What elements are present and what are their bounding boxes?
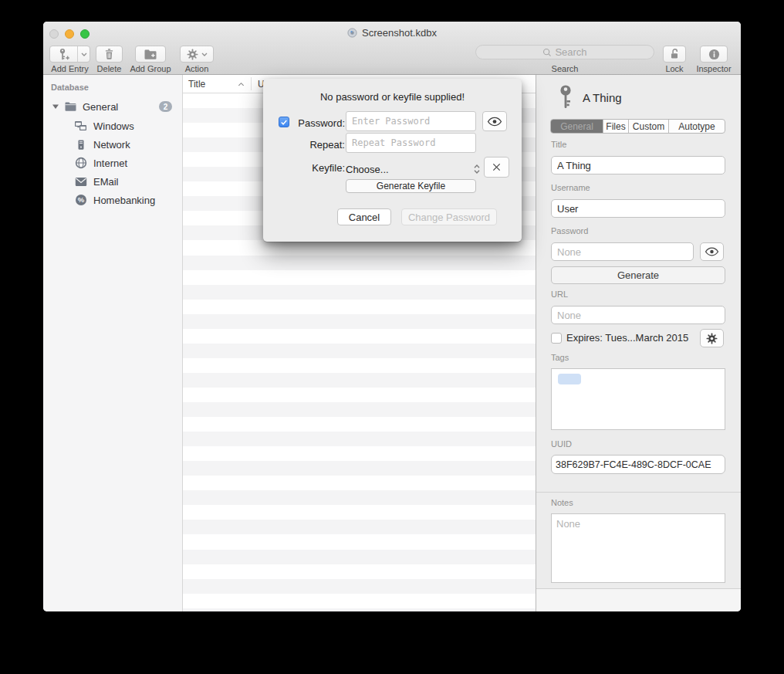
clear-keyfile-button[interactable] bbox=[484, 157, 509, 178]
reveal-password-button[interactable] bbox=[700, 242, 724, 261]
action-dropdown-arrow bbox=[201, 52, 208, 56]
action-label: Action bbox=[176, 64, 218, 73]
tab-general[interactable]: General bbox=[551, 120, 603, 133]
dialog-password-label: Password: bbox=[291, 117, 345, 129]
updown-chevrons-icon bbox=[473, 163, 481, 175]
dialog-keyfile-label: Keyfile: bbox=[291, 162, 345, 174]
username-field-label: Username bbox=[551, 183, 590, 192]
dialog-password-input[interactable] bbox=[346, 111, 476, 131]
windows-icon bbox=[74, 120, 87, 132]
tag-pill[interactable] bbox=[558, 374, 581, 384]
change-password-button[interactable]: Change Password bbox=[401, 208, 497, 225]
lock-open-icon bbox=[668, 48, 681, 60]
sidebar-item-label: General bbox=[83, 101, 118, 113]
search-label: Search bbox=[475, 64, 654, 73]
inspector-label: Inspector bbox=[688, 64, 739, 73]
inspector-footer bbox=[536, 589, 741, 611]
document-proxy-icon bbox=[347, 28, 357, 38]
entry-title: A Thing bbox=[583, 91, 622, 104]
cancel-button[interactable]: Cancel bbox=[337, 208, 391, 225]
sidebar-item-label: EMail bbox=[93, 176, 119, 188]
sidebar: Database General 2 Windows bbox=[43, 75, 183, 611]
window-chrome: Screenshot.kdbx Add Entry Delete Add Gro… bbox=[43, 22, 741, 75]
homebanking-icon: % bbox=[74, 194, 87, 206]
delete-label: Delete bbox=[88, 64, 130, 73]
search-placeholder: Search bbox=[555, 46, 586, 58]
email-icon bbox=[74, 177, 87, 187]
add-entry-dropdown-arrow[interactable] bbox=[77, 46, 90, 62]
dialog-repeat-label: Repeat: bbox=[291, 139, 345, 151]
username-field[interactable] bbox=[551, 199, 725, 218]
inspector-panel: A Thing General Files Custom Autotype Ti… bbox=[536, 75, 741, 611]
title-field-label: Title bbox=[551, 140, 566, 149]
keyfile-popup[interactable]: Choose... bbox=[346, 162, 485, 176]
tab-files[interactable]: Files bbox=[603, 120, 629, 133]
expires-checkbox[interactable] bbox=[551, 333, 562, 344]
sidebar-section-header: Database bbox=[51, 83, 89, 92]
sidebar-item-label: Windows bbox=[93, 120, 134, 132]
password-checkbox[interactable] bbox=[279, 117, 289, 127]
inspector-button[interactable] bbox=[700, 46, 728, 63]
title-field[interactable] bbox=[551, 156, 725, 174]
search-input[interactable]: Search bbox=[475, 45, 654, 59]
gear-icon bbox=[706, 333, 718, 344]
inspector-divider bbox=[536, 492, 741, 493]
generate-password-button[interactable]: Generate bbox=[551, 266, 725, 284]
gear-icon bbox=[187, 49, 198, 60]
checkmark-icon bbox=[280, 119, 288, 126]
column-divider[interactable] bbox=[251, 77, 252, 90]
tab-custom[interactable]: Custom bbox=[629, 120, 669, 133]
sidebar-item-internet[interactable]: Internet bbox=[43, 154, 182, 172]
password-field-label: Password bbox=[551, 226, 588, 235]
add-entry-label: Add Entry bbox=[49, 64, 90, 73]
expires-settings-button[interactable] bbox=[700, 329, 724, 347]
password-field[interactable] bbox=[551, 242, 694, 261]
keyfile-popup-value: Choose... bbox=[346, 164, 389, 175]
folder-plus-icon bbox=[144, 49, 157, 60]
sidebar-item-email[interactable]: EMail bbox=[43, 172, 182, 191]
dialog-repeat-input[interactable] bbox=[346, 133, 476, 153]
window-title: Screenshot.kdbx bbox=[362, 27, 437, 39]
uuid-label: UUID bbox=[551, 439, 572, 449]
generate-keyfile-button[interactable]: Generate Keyfile bbox=[346, 179, 476, 193]
sidebar-item-windows[interactable]: Windows bbox=[43, 117, 182, 135]
search-icon bbox=[542, 48, 552, 57]
tags-label: Tags bbox=[551, 353, 569, 362]
add-group-button[interactable] bbox=[135, 46, 166, 63]
network-icon bbox=[74, 139, 87, 151]
lock-button[interactable] bbox=[663, 46, 686, 63]
titlebar: Screenshot.kdbx bbox=[43, 22, 741, 43]
url-field[interactable] bbox=[551, 306, 725, 324]
notes-field[interactable] bbox=[551, 513, 725, 583]
entry-count-badge: 2 bbox=[159, 101, 172, 112]
action-button[interactable] bbox=[180, 46, 214, 63]
sidebar-item-general[interactable]: General 2 bbox=[43, 97, 182, 116]
sidebar-item-homebanking[interactable]: % Homebanking bbox=[43, 191, 182, 209]
x-icon bbox=[492, 162, 502, 172]
folder-icon bbox=[64, 101, 77, 112]
trash-icon bbox=[103, 48, 115, 60]
url-field-label: URL bbox=[551, 290, 568, 299]
dialog-message: No password or keyfile supplied! bbox=[263, 91, 522, 103]
sidebar-item-network[interactable]: Network bbox=[43, 135, 182, 154]
add-group-label: Add Group bbox=[127, 64, 174, 73]
svg-text:%: % bbox=[77, 195, 84, 204]
disclosure-triangle-icon[interactable] bbox=[52, 103, 59, 110]
column-header-title[interactable]: Title bbox=[188, 79, 205, 90]
sort-ascending-icon bbox=[238, 82, 245, 86]
expires-label: Expires: Tues...March 2015 bbox=[566, 332, 688, 344]
uuid-field[interactable] bbox=[551, 455, 725, 474]
tab-autotype[interactable]: Autotype bbox=[669, 120, 725, 133]
key-plus-icon[interactable] bbox=[50, 46, 77, 62]
add-entry-button[interactable] bbox=[49, 46, 90, 63]
sidebar-item-label: Internet bbox=[93, 157, 127, 169]
sidebar-item-label: Network bbox=[93, 139, 130, 151]
delete-button[interactable] bbox=[96, 46, 123, 63]
eye-icon bbox=[705, 247, 719, 256]
tags-box[interactable] bbox=[551, 368, 725, 430]
eye-icon bbox=[487, 117, 502, 127]
sidebar-item-label: Homebanking bbox=[93, 195, 155, 206]
inspector-tabs: General Files Custom Autotype bbox=[550, 119, 725, 134]
dialog-reveal-password-button[interactable] bbox=[482, 111, 507, 131]
change-password-dialog: No password or keyfile supplied! Passwor… bbox=[263, 79, 522, 242]
